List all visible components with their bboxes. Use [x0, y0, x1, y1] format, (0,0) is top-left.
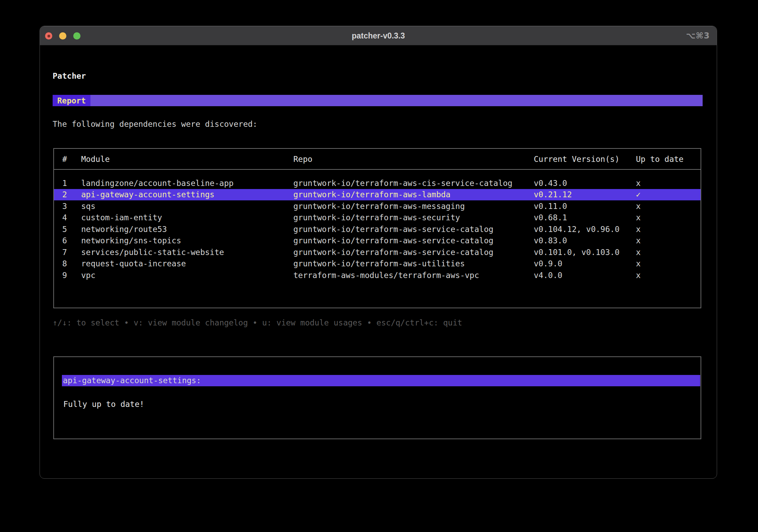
- cell-module: custom-iam-entity: [81, 213, 293, 222]
- cell-module: sqs: [81, 202, 293, 211]
- cell-up-to-date: x: [636, 213, 701, 222]
- cell-up-to-date: x: [636, 179, 701, 188]
- cell-repo: gruntwork-io/terraform-aws-service-catal…: [293, 236, 534, 245]
- table-row[interactable]: 8request-quota-increasegruntwork-io/terr…: [54, 258, 701, 270]
- cell-module: landingzone/account-baseline-app: [81, 179, 293, 188]
- cell-module: services/public-static-website: [81, 248, 293, 257]
- window-title: patcher-v0.3.3: [40, 26, 717, 45]
- cell-versions: v0.9.0: [534, 259, 636, 268]
- cell-repo: gruntwork-io/terraform-aws-lambda: [293, 190, 534, 199]
- table-row[interactable]: 1landingzone/account-baseline-appgruntwo…: [54, 177, 701, 189]
- cell-repo: gruntwork-io/terraform-aws-cis-service-c…: [293, 179, 534, 188]
- cell-up-to-date: ✓: [636, 190, 701, 199]
- cell-versions: v0.83.0: [534, 236, 636, 245]
- header-num: #: [62, 155, 81, 164]
- table-row-selected[interactable]: 2api-gateway-account-settingsgruntwork-i…: [54, 189, 701, 201]
- table-row[interactable]: 5networking/route53gruntwork-io/terrafor…: [54, 223, 701, 235]
- tab-report[interactable]: Report: [53, 95, 90, 106]
- help-bar: ↑/↓: to select • v: view module changelo…: [53, 318, 462, 328]
- cell-versions: v0.43.0: [534, 179, 636, 188]
- cell-up-to-date: x: [636, 259, 701, 268]
- cell-up-to-date: x: [636, 271, 701, 280]
- window-titlebar: patcher-v0.3.3 ⌥⌘3: [40, 26, 717, 45]
- cell-up-to-date: x: [636, 202, 701, 211]
- cell-num: 8: [62, 259, 81, 268]
- cell-up-to-date: x: [636, 225, 701, 234]
- cell-num: 1: [62, 179, 81, 188]
- report-tab-bar: Report: [53, 95, 703, 106]
- cell-versions: v4.0.0: [534, 271, 636, 280]
- cell-num: 7: [62, 248, 81, 257]
- cell-module: networking/sns-topics: [81, 236, 293, 245]
- table-row[interactable]: 6networking/sns-topicsgruntwork-io/terra…: [54, 235, 701, 247]
- cell-num: 3: [62, 202, 81, 211]
- cell-module: api-gateway-account-settings: [81, 190, 293, 199]
- table-row[interactable]: 4custom-iam-entitygruntwork-io/terraform…: [54, 212, 701, 224]
- cell-repo: terraform-aws-modules/terraform-aws-vpc: [293, 271, 534, 280]
- cell-repo: gruntwork-io/terraform-aws-service-catal…: [293, 248, 534, 257]
- cell-module: networking/route53: [81, 225, 293, 234]
- table-header: # Module Repo Current Version(s) Up to d…: [54, 154, 701, 165]
- terminal-content: Patcher Report The following dependencie…: [40, 45, 717, 478]
- cell-versions: v0.104.12, v0.96.0: [534, 225, 636, 234]
- cell-repo: gruntwork-io/terraform-aws-utilities: [293, 259, 534, 268]
- cell-repo: gruntwork-io/terraform-aws-security: [293, 213, 534, 222]
- module-detail-title: api-gateway-account-settings:: [62, 375, 700, 386]
- dependencies-table: # Module Repo Current Version(s) Up to d…: [53, 148, 701, 308]
- header-separator: [54, 169, 701, 170]
- cell-versions: v0.11.0: [534, 202, 636, 211]
- cell-repo: gruntwork-io/terraform-aws-service-catal…: [293, 225, 534, 234]
- module-detail-panel: api-gateway-account-settings: Fully up t…: [53, 356, 701, 439]
- header-repo: Repo: [293, 155, 534, 164]
- intro-text: The following dependencies were discover…: [53, 119, 257, 129]
- header-up-to-date: Up to date: [636, 155, 701, 164]
- cell-num: 6: [62, 236, 81, 245]
- module-detail-status: Fully up to date!: [63, 398, 144, 410]
- cell-module: request-quota-increase: [81, 259, 293, 268]
- table-rows: 1landingzone/account-baseline-appgruntwo…: [54, 177, 701, 281]
- cell-num: 5: [62, 225, 81, 234]
- cell-num: 4: [62, 213, 81, 222]
- cell-num: 2: [62, 190, 81, 199]
- cell-up-to-date: x: [636, 248, 701, 257]
- cell-repo: gruntwork-io/terraform-aws-messaging: [293, 202, 534, 211]
- cell-up-to-date: x: [636, 236, 701, 245]
- cell-versions: v0.101.0, v0.103.0: [534, 248, 636, 257]
- table-row[interactable]: 7services/public-static-websitegruntwork…: [54, 246, 701, 258]
- cell-versions: v0.68.1: [534, 213, 636, 222]
- window-shortcut-badge: ⌥⌘3: [686, 26, 710, 45]
- header-module: Module: [81, 155, 293, 164]
- header-versions: Current Version(s): [534, 155, 636, 164]
- table-row[interactable]: 9vpcterraform-aws-modules/terraform-aws-…: [54, 269, 701, 281]
- cell-num: 9: [62, 271, 81, 280]
- app-heading: Patcher: [53, 71, 86, 81]
- cell-versions: v0.21.12: [534, 190, 636, 199]
- terminal-window: patcher-v0.3.3 ⌥⌘3 Patcher Report The fo…: [40, 26, 717, 479]
- table-row[interactable]: 3sqsgruntwork-io/terraform-aws-messaging…: [54, 200, 701, 212]
- cell-module: vpc: [81, 271, 293, 280]
